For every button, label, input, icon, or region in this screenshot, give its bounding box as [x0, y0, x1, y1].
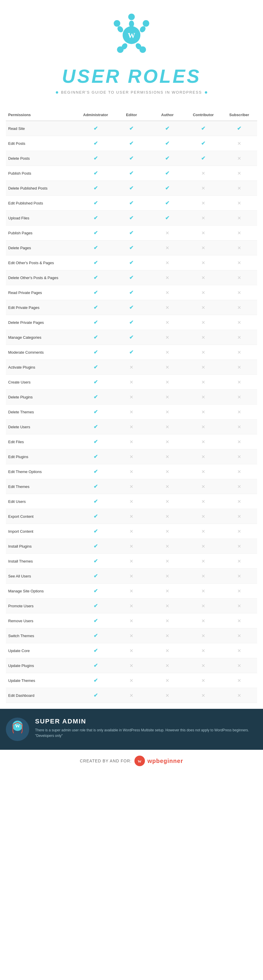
table-row: Publish Pages✔✔✕✕✕: [6, 226, 257, 240]
check-icon: ✔: [129, 155, 133, 161]
permission-admin: ✔: [78, 509, 114, 524]
cross-icon: ✕: [237, 425, 241, 430]
permission-contributor: ✕: [185, 658, 221, 673]
permission-contributor: ✕: [185, 420, 221, 434]
permission-admin: ✔: [78, 613, 114, 628]
cross-icon: ✕: [130, 619, 133, 624]
permission-name: Delete Posts: [6, 151, 78, 166]
permission-editor: ✕: [114, 658, 150, 673]
svg-text:W: W: [128, 31, 135, 40]
check-icon: ✔: [93, 200, 98, 206]
cross-icon: ✕: [165, 469, 169, 474]
permission-name: Edit Files: [6, 434, 78, 449]
check-icon: ✔: [129, 290, 133, 296]
permission-contributor: ✕: [185, 211, 221, 226]
permission-name: Read Private Pages: [6, 285, 78, 300]
cross-icon: ✕: [201, 186, 205, 191]
table-row: Upload Files✔✔✔✕✕: [6, 211, 257, 226]
permission-name: Delete Themes: [6, 404, 78, 420]
permission-author: ✕: [149, 375, 185, 390]
cross-icon: ✕: [237, 454, 241, 459]
cross-icon: ✕: [165, 619, 169, 624]
permission-name: Delete Other's Posts & Pages: [6, 270, 78, 285]
check-icon: ✔: [93, 543, 98, 549]
permission-editor: ✔: [114, 240, 150, 255]
check-icon: ✔: [165, 170, 170, 176]
check-icon: ✔: [201, 140, 206, 146]
permission-name: Import Content: [6, 524, 78, 539]
cross-icon: ✕: [165, 439, 169, 444]
cross-icon: ✕: [237, 693, 241, 698]
cross-icon: ✕: [201, 260, 205, 265]
cross-icon: ✕: [130, 663, 133, 668]
permission-author: ✕: [149, 240, 185, 255]
permission-author: ✕: [149, 494, 185, 509]
permission-author: ✕: [149, 524, 185, 539]
cross-icon: ✕: [201, 439, 205, 444]
permission-name: Update Plugins: [6, 658, 78, 673]
super-admin-icon: W: [6, 718, 29, 741]
permission-contributor: ✔: [185, 136, 221, 151]
table-row: Delete Other's Posts & Pages✔✔✕✕✕: [6, 270, 257, 285]
cross-icon: ✕: [130, 499, 133, 504]
permission-contributor: ✔: [185, 121, 221, 136]
cross-icon: ✕: [201, 469, 205, 474]
cross-icon: ✕: [201, 231, 205, 235]
check-icon: ✔: [129, 230, 133, 236]
cross-icon: ✕: [237, 141, 241, 146]
check-icon: ✔: [129, 215, 133, 221]
permission-editor: ✕: [114, 584, 150, 598]
cross-icon: ✕: [165, 395, 169, 399]
permission-subscriber: ✕: [221, 166, 257, 181]
permission-editor: ✕: [114, 539, 150, 554]
permission-admin: ✔: [78, 196, 114, 211]
permission-name: Manage Categories: [6, 330, 78, 345]
permission-admin: ✔: [78, 449, 114, 464]
cross-icon: ✕: [165, 320, 169, 325]
permission-contributor: ✕: [185, 226, 221, 240]
table-row: Remove Users✔✕✕✕✕: [6, 613, 257, 628]
permission-author: ✕: [149, 464, 185, 479]
cross-icon: ✕: [165, 693, 169, 698]
permission-editor: ✕: [114, 375, 150, 390]
cross-icon: ✕: [130, 425, 133, 430]
permission-subscriber: ✕: [221, 285, 257, 300]
permission-author: ✕: [149, 315, 185, 330]
table-row: Delete Themes✔✕✕✕✕: [6, 404, 257, 420]
cross-icon: ✕: [130, 633, 133, 638]
cross-icon: ✕: [165, 514, 169, 519]
table-row: Promote Users✔✕✕✕✕: [6, 598, 257, 613]
cross-icon: ✕: [130, 603, 133, 608]
permission-author: ✔: [149, 121, 185, 136]
permissions-table-container: Permissions Administrator Editor Author …: [0, 109, 263, 703]
cross-icon: ✕: [237, 186, 241, 191]
permission-editor: ✔: [114, 255, 150, 270]
permission-subscriber: ✕: [221, 211, 257, 226]
table-row: Edit Dashboard✔✕✕✕✕: [6, 688, 257, 703]
permission-author: ✕: [149, 434, 185, 449]
svg-text:W: W: [138, 759, 142, 764]
permission-admin: ✔: [78, 300, 114, 315]
table-row: Install Plugins✔✕✕✕✕: [6, 539, 257, 554]
permission-name: Moderate Comments: [6, 345, 78, 360]
cross-icon: ✕: [237, 619, 241, 624]
cross-icon: ✕: [130, 484, 133, 489]
permission-contributor: ✕: [185, 285, 221, 300]
permission-author: ✕: [149, 688, 185, 703]
cross-icon: ✕: [130, 514, 133, 519]
permissions-table: Permissions Administrator Editor Author …: [6, 109, 257, 703]
permission-author: ✕: [149, 270, 185, 285]
permission-contributor: ✕: [185, 494, 221, 509]
permission-name: Delete Users: [6, 420, 78, 434]
cross-icon: ✕: [130, 469, 133, 474]
cross-icon: ✕: [237, 171, 241, 176]
permission-editor: ✔: [114, 285, 150, 300]
permission-contributor: ✕: [185, 315, 221, 330]
check-icon: ✔: [93, 260, 98, 266]
check-icon: ✔: [93, 439, 98, 445]
permission-author: ✕: [149, 509, 185, 524]
permission-admin: ✔: [78, 479, 114, 494]
cross-icon: ✕: [165, 544, 169, 549]
cross-icon: ✕: [201, 275, 205, 280]
permission-author: ✕: [149, 569, 185, 584]
